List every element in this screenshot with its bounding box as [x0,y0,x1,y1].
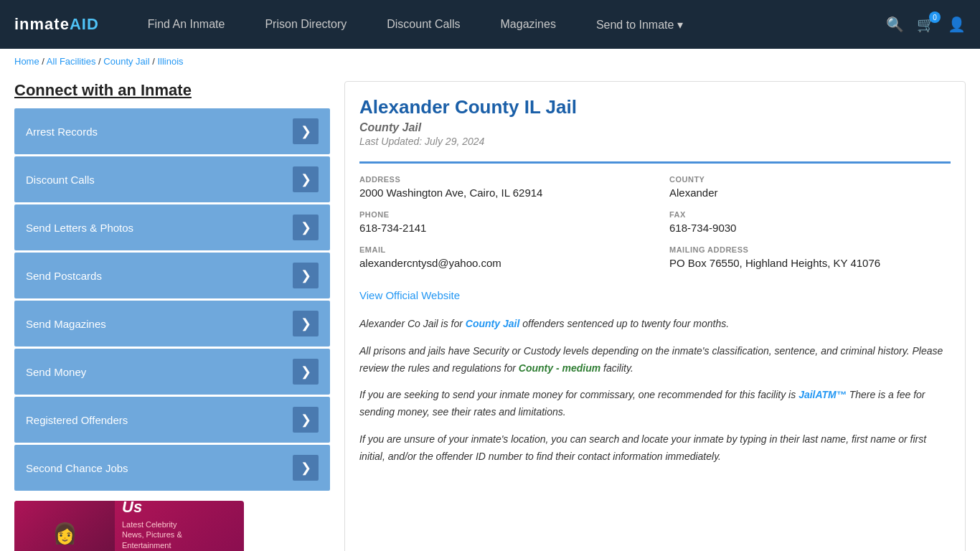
fax-label: FAX [669,210,951,219]
last-updated: Last Updated: July 29, 2024 [359,136,951,147]
sidebar-item-send-postcards[interactable]: Send Postcards ❯ [14,253,330,298]
breadcrumb: Home / All Facilities / County Jail / Il… [0,49,980,74]
sidebar-item-discount-calls[interactable]: Discount Calls ❯ [14,156,330,202]
arrow-icon: ❯ [293,455,319,481]
jailatm-link[interactable]: JailATM™ [798,389,847,400]
sidebar-menu: Arrest Records ❯ Discount Calls ❯ Send L… [14,108,330,491]
nav-find-inmate[interactable]: Find An Inmate [128,0,245,49]
ad-logo: Us [122,501,237,517]
mailing-value: PO Box 76550, Highland Heights, KY 41076 [669,257,951,269]
facility-name: Alexander County IL Jail [359,96,951,118]
mailing-block: MAILING ADDRESS PO Box 76550, Highland H… [669,245,951,269]
sidebar-title: Connect with an Inmate [14,81,330,100]
email-block: EMAIL alexandercntysd@yahoo.com [359,245,641,269]
ad-banner[interactable]: 👩 Us Latest CelebrityNews, Pictures &Ent… [14,501,244,551]
arrow-icon: ❯ [293,407,319,433]
ad-content: 👩 Us Latest CelebrityNews, Pictures &Ent… [14,501,244,551]
arrow-icon: ❯ [293,118,319,144]
ad-text: Us Latest CelebrityNews, Pictures &Enter… [115,501,244,551]
user-icon[interactable]: 👤 [948,16,966,33]
county-medium-link[interactable]: County - medium [519,362,600,374]
arrow-icon: ❯ [293,215,319,240]
sidebar-item-label: Send Postcards [26,270,102,282]
facility-type: County Jail [359,121,951,134]
sidebar-item-arrest-records[interactable]: Arrest Records ❯ [14,108,330,154]
address-block: ADDRESS 2000 Washington Ave, Cairo, IL 6… [359,175,641,199]
phone-label: PHONE [359,210,641,219]
ad-tagline: Latest CelebrityNews, Pictures &Entertai… [122,519,237,550]
address-label: ADDRESS [359,175,641,184]
breadcrumb-home[interactable]: Home [14,56,39,67]
cart-wrapper[interactable]: 🛒 0 [917,16,935,33]
facility-content: Alexander County IL Jail County Jail Las… [344,81,966,551]
county-block: COUNTY Alexander [669,175,951,199]
breadcrumb-all-facilities[interactable]: All Facilities [47,56,96,67]
email-label: EMAIL [359,245,641,254]
nav-discount-calls[interactable]: Discount Calls [367,0,480,49]
desc-paragraph-4: If you are unsure of your inmate's locat… [359,431,951,466]
sidebar-item-send-letters[interactable]: Send Letters & Photos ❯ [14,204,330,250]
email-value: alexandercntysd@yahoo.com [359,257,641,269]
county-label: COUNTY [669,175,951,184]
nav-prison-directory[interactable]: Prison Directory [245,0,367,49]
description: Alexander Co Jail is for County Jail off… [359,316,951,466]
mailing-label: MAILING ADDRESS [669,245,951,254]
sidebar-item-label: Registered Offenders [26,414,128,426]
desc-paragraph-1: Alexander Co Jail is for County Jail off… [359,316,951,333]
sidebar-item-label: Arrest Records [26,126,98,138]
address-value: 2000 Washington Ave, Cairo, IL 62914 [359,187,641,199]
fax-block: FAX 618-734-9030 [669,210,951,234]
search-icon[interactable]: 🔍 [886,16,904,33]
fax-value: 618-734-9030 [669,222,951,234]
arrow-icon: ❯ [293,166,319,192]
sidebar-item-label: Second Chance Jobs [26,462,128,474]
sidebar-item-send-money[interactable]: Send Money ❯ [14,349,330,395]
desc-paragraph-2: All prisons and jails have Security or C… [359,343,951,377]
breadcrumb-illinois[interactable]: Illinois [157,56,183,67]
breadcrumb-county-jail[interactable]: County Jail [103,56,149,67]
sidebar-item-second-chance-jobs[interactable]: Second Chance Jobs ❯ [14,445,330,491]
logo-text: inmateAID [14,15,99,34]
phone-value: 618-734-2141 [359,222,641,234]
sidebar-item-label: Send Magazines [26,318,106,330]
arrow-icon: ❯ [293,359,319,385]
arrow-icon: ❯ [293,263,319,288]
county-jail-link[interactable]: County Jail [466,318,519,329]
ad-image: 👩 [14,501,115,551]
navigation: inmateAID Find An Inmate Prison Director… [0,0,980,49]
sidebar-item-label: Discount Calls [26,174,95,186]
sidebar-item-send-magazines[interactable]: Send Magazines ❯ [14,301,330,347]
arrow-icon: ❯ [293,311,319,336]
sidebar-item-registered-offenders[interactable]: Registered Offenders ❯ [14,397,330,443]
sidebar-item-label: Send Letters & Photos [26,222,133,234]
info-grid: ADDRESS 2000 Washington Ave, Cairo, IL 6… [359,161,951,269]
logo[interactable]: inmateAID [14,15,99,34]
county-value: Alexander [669,187,951,199]
phone-block: PHONE 618-734-2141 [359,210,641,234]
main-layout: Connect with an Inmate Arrest Records ❯ … [0,74,980,551]
cart-badge: 0 [929,11,941,23]
desc-paragraph-3: If you are seeking to send your inmate m… [359,387,951,421]
nav-links: Find An Inmate Prison Directory Discount… [128,0,886,49]
view-website-link[interactable]: View Official Website [359,289,460,301]
sidebar: Connect with an Inmate Arrest Records ❯ … [14,81,330,551]
nav-send-to-inmate[interactable]: Send to Inmate ▾ [576,0,703,49]
sidebar-item-label: Send Money [26,366,86,378]
nav-magazines[interactable]: Magazines [481,0,576,49]
nav-right: 🔍 🛒 0 👤 [886,16,966,33]
